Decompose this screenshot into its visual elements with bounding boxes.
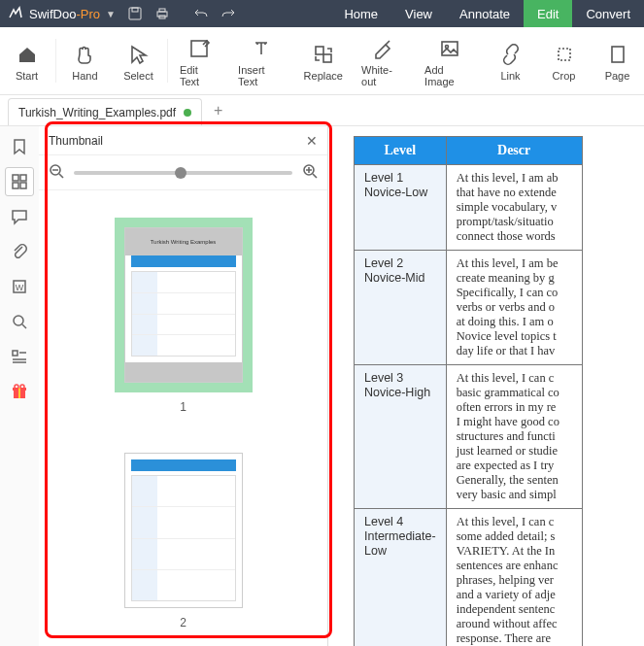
menu-convert[interactable]: Convert (572, 0, 644, 27)
menu-view[interactable]: View (391, 0, 446, 27)
thumbnail-panel-title: Thumbnail (49, 134, 103, 148)
sidebar-annotations[interactable] (5, 202, 34, 231)
table-row: Level 3Novice-High At this level, I can … (355, 365, 583, 509)
table-row: Level 4Intermediate-Low At this level, I… (355, 509, 583, 647)
thumbnail-page-2[interactable]: 2 (124, 453, 243, 629)
svg-rect-3 (159, 9, 165, 12)
svg-rect-7 (323, 54, 331, 62)
menu-annotate[interactable]: Annotate (446, 0, 524, 27)
svg-text:W: W (16, 283, 24, 292)
svg-rect-0 (129, 8, 141, 19)
sidebar-gift[interactable] (5, 377, 34, 406)
svg-rect-12 (13, 175, 18, 181)
thumbnail-page-1[interactable]: Turkish Writing Examples 1 (115, 218, 253, 414)
undo-icon[interactable] (187, 0, 215, 27)
svg-point-23 (15, 385, 18, 389)
tool-start[interactable]: Start (0, 27, 53, 94)
tool-edit-text[interactable]: Edit Text (170, 27, 228, 94)
svg-rect-22 (18, 388, 20, 398)
tool-replace[interactable]: Replace (294, 27, 352, 94)
svg-rect-1 (132, 8, 138, 12)
sidebar-attachments[interactable] (5, 237, 34, 266)
tool-insert-text[interactable]: Insert Text (228, 27, 294, 94)
svg-rect-8 (442, 42, 458, 55)
svg-rect-6 (316, 47, 323, 54)
thumbnail-panel: Thumbnail ✕ Turkish Writing Examples (39, 126, 328, 646)
sidebar-word[interactable]: W (5, 272, 34, 301)
sidebar-fields[interactable] (5, 342, 34, 371)
tool-link[interactable]: Link (484, 27, 537, 94)
toolbar: Start Hand Select Edit Text Insert Text … (0, 27, 644, 95)
menu-edit[interactable]: Edit (524, 0, 572, 27)
document-tabs: Turkish_Writing_Examples.pdf + (0, 95, 644, 126)
col-level: Level (355, 137, 447, 165)
document-table: Level Descr Level 1Novice-Low At this le… (354, 136, 583, 646)
zoom-in-icon[interactable] (302, 163, 318, 182)
close-icon[interactable]: ✕ (306, 133, 318, 149)
print-icon[interactable] (149, 0, 176, 27)
app-logo (8, 6, 23, 21)
unsaved-indicator-icon (184, 109, 191, 117)
col-descr: Descr (446, 137, 582, 165)
tool-add-image[interactable]: Add Image (415, 27, 484, 94)
menu-bar: Home View Annotate Edit Convert (330, 0, 644, 27)
app-name: SwifDoo-Pro (29, 7, 100, 21)
thumbnail-zoom-slider[interactable] (74, 171, 292, 175)
svg-rect-10 (559, 49, 570, 60)
add-tab-button[interactable]: + (214, 102, 222, 125)
svg-rect-14 (13, 183, 18, 188)
redo-icon[interactable] (215, 0, 242, 27)
svg-rect-11 (612, 47, 624, 62)
tool-whiteout[interactable]: White-out (352, 27, 415, 94)
svg-rect-13 (20, 175, 26, 181)
tab-filename: Turkish_Writing_Examples.pdf (18, 106, 176, 119)
tool-crop[interactable]: Crop (537, 27, 591, 94)
sidebar-bookmark[interactable] (5, 132, 34, 161)
document-tab[interactable]: Turkish_Writing_Examples.pdf (8, 98, 202, 125)
sidebar-search[interactable] (5, 307, 34, 336)
svg-rect-15 (20, 183, 26, 188)
sidebar: W (0, 126, 39, 646)
tool-hand[interactable]: Hand (58, 27, 112, 94)
svg-point-18 (14, 316, 23, 325)
menu-home[interactable]: Home (330, 0, 391, 27)
svg-rect-19 (13, 351, 17, 356)
sidebar-thumbnails[interactable] (5, 167, 34, 196)
table-row: Level 1Novice-Low At this level, I am ab… (355, 165, 583, 251)
save-icon[interactable] (121, 0, 149, 27)
svg-point-24 (20, 385, 24, 389)
tool-select[interactable]: Select (112, 27, 165, 94)
document-viewport[interactable]: Level Descr Level 1Novice-Low At this le… (328, 126, 644, 646)
table-row: Level 2Novice-Mid At this level, I am be… (355, 251, 583, 365)
app-dropdown-icon[interactable]: ▼ (106, 9, 116, 19)
tool-page[interactable]: Page (591, 27, 644, 94)
zoom-out-icon[interactable] (49, 163, 64, 182)
